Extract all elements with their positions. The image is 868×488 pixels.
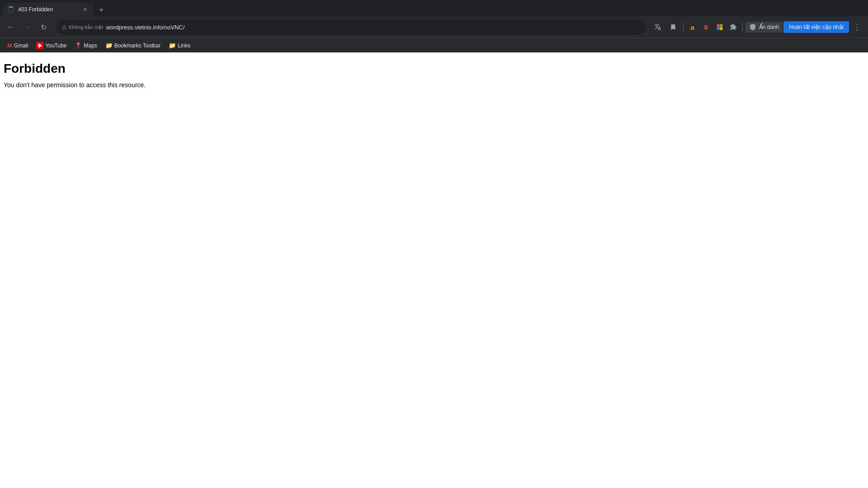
- separator-2: [742, 23, 743, 32]
- reload-button[interactable]: ↻: [36, 20, 51, 34]
- links-folder-icon: 📁: [169, 42, 176, 49]
- tab-close-button[interactable]: ✕: [81, 6, 89, 13]
- svg-rect-2: [717, 27, 719, 30]
- bookmarks-bar: M Gmail YouTube 📍 Maps 📁 Bookmarks Toolb…: [0, 38, 868, 52]
- bookmark-bookmarks-toolbar[interactable]: 📁 Bookmarks Toolbar: [102, 40, 165, 51]
- bookmark-links-label: Links: [178, 42, 190, 49]
- address-bar[interactable]: ⚠ Không bảo mật wordpress.vietnix.info/n…: [56, 19, 645, 35]
- folder-icon: 📁: [105, 42, 113, 49]
- svg-rect-1: [720, 24, 722, 27]
- similarweb-extension-button[interactable]: S: [700, 21, 712, 33]
- bookmark-gmail-label: Gmail: [14, 42, 28, 49]
- bookmark-gmail[interactable]: M Gmail: [4, 40, 32, 51]
- gmail-icon: M: [7, 42, 12, 49]
- page-description: You don't have permission to access this…: [4, 81, 864, 89]
- browser-chrome: 403 Forbidden ✕ + ← → ↻ ⚠ Không bảo mật …: [0, 0, 868, 52]
- bookmark-youtube[interactable]: YouTube: [33, 40, 70, 51]
- browser-menu-button[interactable]: ⋮: [850, 20, 864, 34]
- nav-right-buttons: a S Ẩn danh: [651, 20, 864, 34]
- update-button[interactable]: Hoàn tất việc cập nhật: [783, 21, 849, 33]
- tab-bar: 403 Forbidden ✕ +: [0, 0, 868, 16]
- extensions-menu-button[interactable]: [727, 21, 740, 33]
- bookmark-toolbar-label: Bookmarks Toolbar: [114, 42, 161, 49]
- microsoft-extension-button[interactable]: [713, 21, 726, 33]
- bookmark-maps[interactable]: 📍 Maps: [71, 40, 100, 51]
- bookmark-star-button[interactable]: [666, 20, 680, 34]
- page-title: Forbidden: [4, 61, 864, 76]
- url-display: wordpress.vietnix.info/noVNC/: [106, 24, 639, 31]
- youtube-logo-icon: [36, 42, 43, 49]
- svg-rect-3: [720, 27, 722, 30]
- forward-button[interactable]: →: [20, 20, 34, 34]
- tab-favicon: [7, 6, 14, 13]
- youtube-icon: [36, 42, 43, 49]
- security-indicator: ⚠ Không bảo mật: [61, 24, 103, 31]
- lock-icon: ⚠: [61, 24, 67, 31]
- svg-rect-0: [717, 24, 719, 27]
- bookmark-links[interactable]: 📁 Links: [165, 40, 194, 51]
- active-tab[interactable]: 403 Forbidden ✕: [3, 3, 93, 16]
- maps-icon: 📍: [75, 42, 82, 49]
- bookmark-youtube-label: YouTube: [45, 42, 66, 49]
- incognito-label: Ẩn danh: [759, 24, 779, 30]
- loading-spinner-icon: [8, 6, 14, 13]
- security-label: Không bảo mật: [69, 24, 103, 30]
- page-content: Forbidden You don't have permission to a…: [0, 52, 868, 488]
- incognito-profile-button[interactable]: Ẩn danh: [745, 22, 783, 33]
- tab-title: 403 Forbidden: [18, 6, 79, 13]
- bookmark-maps-label: Maps: [84, 42, 97, 49]
- new-tab-button[interactable]: +: [95, 4, 108, 16]
- amazon-extension-button[interactable]: a: [686, 21, 699, 33]
- nav-bar: ← → ↻ ⚠ Không bảo mật wordpress.vietnix.…: [0, 16, 868, 38]
- back-button[interactable]: ←: [4, 20, 18, 34]
- translate-button[interactable]: [651, 20, 665, 34]
- separator: [683, 23, 684, 32]
